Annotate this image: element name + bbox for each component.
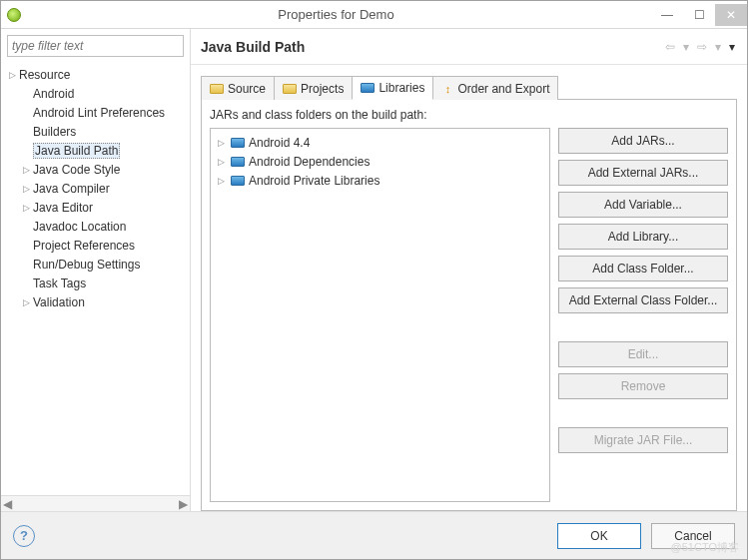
libraries-list[interactable]: ▷Android 4.4▷Android Dependencies▷Androi… bbox=[210, 128, 550, 502]
back-icon[interactable]: ⇦ bbox=[663, 40, 677, 54]
library-label: Android Dependencies bbox=[249, 155, 370, 169]
nav-item-label: Resource bbox=[19, 68, 70, 82]
page-title: Java Build Path bbox=[201, 39, 305, 55]
nav-item[interactable]: ▷Java Code Style bbox=[3, 160, 190, 179]
add-class-folder-button[interactable]: Add Class Folder... bbox=[558, 256, 728, 281]
filter-container bbox=[7, 35, 184, 57]
expand-arrow-icon[interactable]: ▷ bbox=[19, 184, 33, 194]
expand-arrow-icon[interactable]: ▷ bbox=[215, 157, 227, 167]
library-item[interactable]: ▷Android Dependencies bbox=[213, 152, 547, 171]
dialog-body: ▷Resource▷Android▷Android Lint Preferenc… bbox=[1, 29, 747, 511]
window-controls: — ☐ ✕ bbox=[651, 4, 747, 26]
libraries-description: JARs and class folders on the build path… bbox=[210, 108, 728, 122]
add-external-class-folder-button[interactable]: Add External Class Folder... bbox=[558, 287, 728, 313]
tab-libraries[interactable]: Libraries bbox=[352, 76, 433, 100]
tab-source[interactable]: Source bbox=[201, 76, 275, 100]
nav-item[interactable]: ▷Java Compiler bbox=[3, 179, 190, 198]
titlebar: Properties for Demo — ☐ ✕ bbox=[1, 1, 747, 29]
library-icon bbox=[231, 157, 245, 167]
nav-item-label: Java Code Style bbox=[33, 163, 120, 177]
migrate-jar-button: Migrate JAR File... bbox=[558, 427, 728, 453]
minimize-button[interactable]: — bbox=[651, 4, 683, 26]
close-button[interactable]: ✕ bbox=[715, 4, 747, 26]
nav-item-label: Builders bbox=[33, 125, 76, 139]
tab-order-export[interactable]: ↕ Order and Export bbox=[432, 76, 558, 100]
page-area: Java Build Path ⇦ ▾ ⇨ ▾ ▾ Source bbox=[191, 29, 747, 511]
properties-dialog: Properties for Demo — ☐ ✕ ▷Resource▷Andr… bbox=[0, 0, 748, 560]
button-column: Add JARs... Add External JARs... Add Var… bbox=[558, 128, 728, 502]
nav-item[interactable]: ▷Java Editor bbox=[3, 198, 190, 217]
libraries-panel: JARs and class folders on the build path… bbox=[201, 99, 737, 511]
nav-item[interactable]: ▷Resource bbox=[3, 65, 190, 84]
nav-sidebar: ▷Resource▷Android▷Android Lint Preferenc… bbox=[1, 29, 191, 511]
tab-label: Libraries bbox=[378, 81, 424, 95]
dialog-footer: ? OK Cancel bbox=[1, 511, 747, 559]
projects-folder-icon bbox=[283, 84, 297, 94]
add-external-jars-button[interactable]: Add External JARs... bbox=[558, 160, 728, 186]
watermark: @51CTO博客 bbox=[671, 540, 739, 555]
expand-arrow-icon[interactable]: ▷ bbox=[215, 138, 227, 148]
nav-item[interactable]: ▷Java Build Path bbox=[3, 141, 190, 160]
add-jars-button[interactable]: Add JARs... bbox=[558, 128, 728, 154]
filter-input[interactable] bbox=[7, 35, 184, 57]
add-library-button[interactable]: Add Library... bbox=[558, 224, 728, 250]
nav-item[interactable]: ▷Android bbox=[3, 84, 190, 103]
source-folder-icon bbox=[210, 84, 224, 94]
nav-item[interactable]: ▷Builders bbox=[3, 122, 190, 141]
expand-arrow-icon[interactable]: ▷ bbox=[19, 203, 33, 213]
libraries-icon bbox=[361, 83, 374, 93]
window-title: Properties for Demo bbox=[21, 7, 651, 22]
header-nav-buttons: ⇦ ▾ ⇨ ▾ ▾ bbox=[663, 40, 737, 54]
tab-label: Source bbox=[228, 82, 266, 96]
expand-arrow-icon[interactable]: ▷ bbox=[19, 297, 33, 307]
libraries-body: ▷Android 4.4▷Android Dependencies▷Androi… bbox=[210, 128, 728, 502]
maximize-button[interactable]: ☐ bbox=[683, 4, 715, 26]
expand-arrow-icon[interactable]: ▷ bbox=[19, 165, 33, 175]
nav-item-label: Java Editor bbox=[33, 201, 93, 215]
nav-item-label: Android Lint Preferences bbox=[33, 106, 165, 120]
back-menu-icon[interactable]: ▾ bbox=[681, 40, 691, 54]
nav-item-label: Run/Debug Settings bbox=[33, 258, 140, 272]
tab-bar: Source Projects Libraries ↕ Order and Ex… bbox=[201, 75, 737, 99]
app-icon bbox=[7, 8, 21, 22]
nav-tree[interactable]: ▷Resource▷Android▷Android Lint Preferenc… bbox=[1, 63, 190, 495]
library-label: Android 4.4 bbox=[249, 136, 310, 150]
add-variable-button[interactable]: Add Variable... bbox=[558, 192, 728, 218]
forward-icon[interactable]: ⇨ bbox=[695, 40, 709, 54]
tab-projects[interactable]: Projects bbox=[274, 76, 353, 100]
nav-item[interactable]: ▷Task Tags bbox=[3, 274, 190, 292]
help-button[interactable]: ? bbox=[13, 525, 35, 547]
nav-item-label: Task Tags bbox=[33, 277, 86, 290]
nav-item[interactable]: ▷Project References bbox=[3, 236, 190, 255]
library-item[interactable]: ▷Android Private Libraries bbox=[213, 171, 547, 190]
expand-arrow-icon[interactable]: ▷ bbox=[5, 70, 19, 80]
nav-item-label: Javadoc Location bbox=[33, 220, 126, 234]
nav-item-label: Android bbox=[33, 87, 74, 101]
library-icon bbox=[231, 176, 245, 186]
nav-item-label: Validation bbox=[33, 295, 85, 309]
tab-label: Projects bbox=[301, 82, 344, 96]
ok-button[interactable]: OK bbox=[557, 523, 641, 549]
nav-item[interactable]: ▷Validation bbox=[3, 292, 190, 311]
library-item[interactable]: ▷Android 4.4 bbox=[213, 133, 547, 152]
scroll-left-icon[interactable]: ◀ bbox=[3, 497, 12, 511]
order-export-icon: ↕ bbox=[441, 83, 453, 95]
nav-item-label: Project References bbox=[33, 239, 135, 253]
view-menu-icon[interactable]: ▾ bbox=[727, 40, 737, 54]
nav-item[interactable]: ▷Javadoc Location bbox=[3, 217, 190, 236]
library-icon bbox=[231, 138, 245, 148]
remove-button: Remove bbox=[558, 373, 728, 399]
nav-item[interactable]: ▷Android Lint Preferences bbox=[3, 103, 190, 122]
tab-label: Order and Export bbox=[457, 82, 549, 96]
library-label: Android Private Libraries bbox=[249, 174, 379, 188]
page-header: Java Build Path ⇦ ▾ ⇨ ▾ ▾ bbox=[191, 29, 747, 65]
scroll-right-icon[interactable]: ▶ bbox=[179, 497, 188, 511]
nav-item-label: Java Build Path bbox=[33, 143, 120, 159]
horizontal-scrollbar[interactable]: ◀ ▶ bbox=[1, 495, 190, 511]
nav-item[interactable]: ▷Run/Debug Settings bbox=[3, 255, 190, 274]
edit-button: Edit... bbox=[558, 341, 728, 367]
forward-menu-icon[interactable]: ▾ bbox=[713, 40, 723, 54]
nav-item-label: Java Compiler bbox=[33, 182, 110, 196]
expand-arrow-icon[interactable]: ▷ bbox=[215, 176, 227, 186]
page-content: Source Projects Libraries ↕ Order and Ex… bbox=[191, 65, 747, 511]
